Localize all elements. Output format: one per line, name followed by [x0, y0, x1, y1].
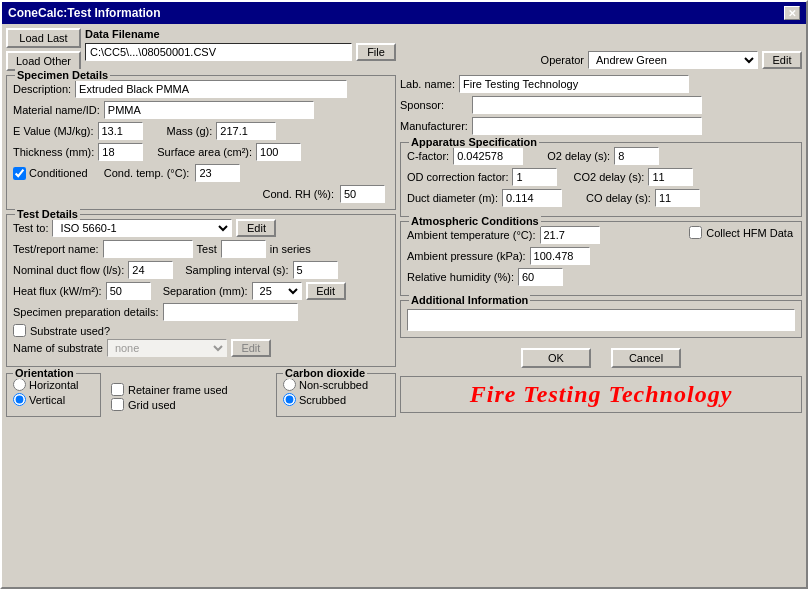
main-area: Specimen Details Description: Material n… — [6, 75, 802, 583]
amb-temp-label: Ambient temperature (°C): — [407, 229, 536, 241]
apparatus-group: Apparatus Specification C-factor: O2 del… — [400, 142, 802, 217]
mass-label: Mass (g): — [167, 125, 213, 137]
rel-humidity-input[interactable] — [518, 268, 563, 286]
vertical-label: Vertical — [29, 394, 65, 406]
load-last-button[interactable]: Load Last — [6, 28, 81, 48]
cond-rh-label: Cond. RH (%): — [262, 188, 334, 200]
duct-diameter-label: Duct diameter (m): — [407, 192, 498, 204]
operator-label: Operator — [541, 54, 584, 66]
specimen-prep-input[interactable] — [163, 303, 298, 321]
operator-select[interactable]: Andrew Green — [588, 51, 758, 69]
additional-input[interactable] — [407, 309, 795, 331]
non-scrubbed-label: Non-scrubbed — [299, 379, 368, 391]
sampling-input[interactable] — [293, 261, 338, 279]
non-scrubbed-radio[interactable] — [283, 378, 296, 391]
substrate-edit-button[interactable]: Edit — [231, 339, 271, 357]
collect-hfm-label: Collect HFM Data — [706, 227, 793, 239]
substrate-name-select[interactable]: none — [107, 339, 227, 357]
duct-diameter-row: Duct diameter (m): CO delay (s): — [407, 189, 795, 207]
material-row: Material name/ID: — [13, 101, 389, 119]
window-title: ConeCalc:Test Information — [8, 6, 160, 20]
thickness-label: Thickness (mm): — [13, 146, 94, 158]
retainer-label: Retainer frame used — [128, 384, 228, 396]
co-delay-input[interactable] — [655, 189, 700, 207]
test-to-edit-button[interactable]: Edit — [236, 219, 276, 237]
amb-pressure-label: Ambient pressure (kPa): — [407, 250, 526, 262]
data-filename-label: Data Filename — [85, 28, 396, 40]
c-factor-row: C-factor: O2 delay (s): — [407, 147, 795, 165]
apparatus-title: Apparatus Specification — [409, 136, 539, 148]
nominal-duct-input[interactable] — [128, 261, 173, 279]
c-factor-input[interactable] — [453, 147, 523, 165]
separation-edit-button[interactable]: Edit — [306, 282, 346, 300]
non-scrubbed-row: Non-scrubbed — [283, 378, 389, 391]
cancel-button[interactable]: Cancel — [611, 348, 681, 368]
retainer-checkbox[interactable] — [111, 383, 124, 396]
nominal-duct-label: Nominal duct flow (l/s): — [13, 264, 124, 276]
surface-area-label: Surface area (cm²): — [157, 146, 252, 158]
material-input[interactable] — [104, 101, 314, 119]
mass-input[interactable] — [216, 122, 276, 140]
description-input[interactable] — [75, 80, 347, 98]
e-value-input[interactable] — [98, 122, 143, 140]
additional-group: Additional Information — [400, 300, 802, 338]
conditioned-label: Conditioned — [29, 167, 88, 179]
manufacturer-label: Manufacturer: — [400, 120, 468, 132]
thickness-input[interactable] — [98, 143, 143, 161]
bottom-row: Orientation Horizontal Vertical — [6, 373, 396, 417]
close-button[interactable]: ✕ — [784, 6, 800, 20]
test-to-label: Test to: — [13, 222, 48, 234]
collect-hfm-checkbox[interactable] — [689, 226, 702, 239]
atmospheric-title: Atmospheric Conditions — [409, 215, 541, 227]
test-to-row: Test to: ISO 5660-1 Edit — [13, 219, 389, 237]
heat-flux-label: Heat flux (kW/m²): — [13, 285, 102, 297]
horizontal-radio-row: Horizontal — [13, 378, 94, 391]
ok-button[interactable]: OK — [521, 348, 591, 368]
specimen-prep-row: Specimen preparation details: — [13, 303, 389, 321]
test-to-select[interactable]: ISO 5660-1 — [52, 219, 232, 237]
vertical-radio-row: Vertical — [13, 393, 94, 406]
test-name-input[interactable] — [103, 240, 193, 258]
atmospheric-group: Atmospheric Conditions Collect HFM Data … — [400, 221, 802, 296]
manufacturer-input[interactable] — [472, 117, 702, 135]
cond-temp-input[interactable] — [195, 164, 240, 182]
amb-temp-input[interactable] — [540, 226, 600, 244]
substrate-checkbox[interactable] — [13, 324, 26, 337]
horizontal-radio[interactable] — [13, 378, 26, 391]
manufacturer-row: Manufacturer: — [400, 117, 802, 135]
od-correction-row: OD correction factor: CO2 delay (s): — [407, 168, 795, 186]
test-number-input[interactable] — [221, 240, 266, 258]
substrate-name-row: Name of substrate none Edit — [13, 339, 389, 357]
lab-name-input[interactable] — [459, 75, 689, 93]
duct-sampling-row: Nominal duct flow (l/s): Sampling interv… — [13, 261, 389, 279]
separation-select[interactable]: 25 — [252, 282, 302, 300]
amb-pressure-input[interactable] — [530, 247, 590, 265]
load-other-button[interactable]: Load Other — [6, 51, 81, 71]
left-panel: Specimen Details Description: Material n… — [6, 75, 396, 583]
file-button[interactable]: File — [356, 43, 396, 61]
horizontal-label: Horizontal — [29, 379, 79, 391]
cond-rh-input[interactable] — [340, 185, 385, 203]
sponsor-row: Sponsor: — [400, 96, 802, 114]
scrubbed-radio[interactable] — [283, 393, 296, 406]
substrate-name-label: Name of substrate — [13, 342, 103, 354]
conditioned-checkbox[interactable] — [13, 167, 26, 180]
additional-title: Additional Information — [409, 294, 530, 306]
o2-delay-input[interactable] — [614, 147, 659, 165]
operator-edit-button[interactable]: Edit — [762, 51, 802, 69]
e-value-label: E Value (MJ/kg): — [13, 125, 94, 137]
co2-delay-label: CO2 delay (s): — [573, 171, 644, 183]
sponsor-input[interactable] — [472, 96, 702, 114]
thickness-surface-row: Thickness (mm): Surface area (cm²): — [13, 143, 389, 161]
cond-temp-label: Cond. temp. (°C): — [104, 167, 190, 179]
scrubbed-row: Scrubbed — [283, 393, 389, 406]
grid-checkbox[interactable] — [111, 398, 124, 411]
surface-area-input[interactable] — [256, 143, 301, 161]
duct-diameter-input[interactable] — [502, 189, 562, 207]
test-label: Test — [197, 243, 217, 255]
od-correction-input[interactable] — [512, 168, 557, 186]
co2-delay-input[interactable] — [648, 168, 693, 186]
vertical-radio[interactable] — [13, 393, 26, 406]
specimen-details-group: Specimen Details Description: Material n… — [6, 75, 396, 210]
heat-flux-input[interactable] — [106, 282, 151, 300]
